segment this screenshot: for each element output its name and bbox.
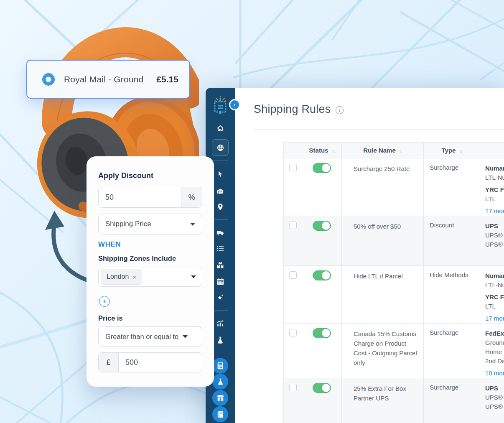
carrier-name: FedEx [485, 329, 504, 338]
type-cell: Hide Methods [424, 266, 480, 324]
chevron-down-icon [190, 223, 195, 226]
carrier-name: Numark Transportation [485, 164, 504, 173]
method-group: YRC FreightLTL [485, 185, 504, 204]
zone-chip[interactable]: London × [101, 269, 142, 285]
shipping-zones-select[interactable]: London × [98, 267, 202, 287]
row-select-cell [284, 324, 302, 378]
sort-icon[interactable]: ↑↓ [331, 148, 334, 153]
app-window: Shipping Rules i Status↑↓ Rule Name↑↓ Ty… [206, 88, 504, 423]
main-content: Shipping Rules i Status↑↓ Rule Name↑↓ Ty… [235, 88, 504, 423]
apply-discount-panel: Apply Discount % Shipping Price WHEN Shi… [87, 156, 214, 387]
status-cell [302, 378, 342, 423]
header-checkbox-col [284, 143, 302, 158]
sidebar-divider [213, 161, 228, 161]
discount-metric-select[interactable]: Shipping Price [98, 214, 202, 234]
row-checkbox[interactable] [289, 164, 297, 171]
packages-icon [216, 262, 224, 269]
radio-selected-icon[interactable] [42, 73, 55, 86]
table-row: Canada 15% Customs Charge on Product Cos… [284, 324, 504, 378]
currency-symbol: £ [99, 353, 119, 372]
list-icon [216, 245, 224, 252]
header-type[interactable]: Type↑↓ [424, 143, 480, 158]
info-icon[interactable]: i [336, 106, 344, 114]
header-rule-name[interactable]: Rule Name↑↓ [342, 143, 424, 158]
shipping-option-card[interactable]: Royal Mail - Ground £5.15 [26, 60, 190, 99]
service-name: LTL-Numark [485, 173, 504, 182]
zones-label: Shipping Zones Include [98, 255, 202, 262]
sidebar-collapse-button[interactable]: ‹ [229, 99, 240, 110]
service-name: Ground [485, 338, 504, 347]
row-select-cell [284, 158, 302, 216]
table-row: Hide LTL if ParcelHide MethodsNumark Tra… [284, 266, 504, 324]
more-methods-link[interactable]: 17 more [485, 206, 504, 216]
calculator-icon [217, 362, 224, 369]
header-status[interactable]: Status↑↓ [302, 143, 342, 158]
service-name: LTL-Numark [485, 280, 504, 290]
service-name: UPS® Ground [485, 393, 504, 402]
rule-name-cell: 50% off over $50 [342, 216, 424, 266]
row-checkbox[interactable] [289, 271, 297, 279]
service-name: LTL [485, 302, 504, 311]
row-checkbox[interactable] [289, 222, 297, 229]
row-checkbox[interactable] [289, 384, 297, 391]
page-title: Shipping Rules [254, 103, 331, 116]
service-name: LTL [485, 194, 504, 204]
type-cell: Surcharge [424, 324, 480, 378]
sort-icon[interactable]: ↑↓ [399, 148, 402, 153]
method-group: UPSUPS® GroundUPS® Standard [485, 384, 504, 411]
row-select-cell [284, 216, 302, 266]
type-cell: Surcharge [424, 158, 480, 216]
more-methods-link[interactable]: 17 more [485, 314, 504, 323]
header-shipping-methods[interactable]: Shipping Method(s) [480, 143, 504, 158]
carrier-name: YRC Freight [485, 185, 504, 194]
sidebar-button-docs[interactable] [206, 406, 235, 422]
discount-amount-input[interactable] [99, 187, 181, 207]
more-methods-link[interactable]: 10 more [485, 369, 504, 378]
carrier-name: YRC Freight [485, 293, 504, 302]
status-toggle[interactable] [313, 221, 331, 231]
beaker-icon [217, 378, 224, 385]
chevron-down-icon [191, 275, 196, 278]
book-icon [217, 411, 223, 418]
status-toggle[interactable] [313, 163, 331, 173]
sidebar-item-shipping-rules-active[interactable] [206, 139, 235, 156]
chip-close-icon[interactable]: × [132, 273, 136, 280]
status-toggle[interactable] [313, 383, 331, 393]
status-cell [302, 266, 342, 324]
page: Royal Mail - Ground £5.15 [0, 0, 504, 423]
shipping-option-price: £5.15 [156, 74, 178, 84]
sidebar-divider [213, 219, 228, 220]
sidebar-divider [213, 310, 228, 311]
calendar-icon [217, 278, 224, 285]
method-group: UPSUPS® GroundUPS® Standard [485, 222, 504, 249]
table-row: 25% Extra For Box Partner UPSSurchargeUP… [284, 378, 504, 423]
sidebar-button-storefront[interactable] [206, 390, 235, 406]
sort-icon[interactable]: ↑↓ [459, 148, 462, 153]
status-cell [302, 324, 342, 378]
price-operator-select[interactable]: Greater than or equal to [98, 326, 202, 347]
type-cell: Discount [424, 216, 480, 266]
status-toggle[interactable] [313, 328, 331, 338]
add-condition-button[interactable]: + [99, 296, 110, 307]
stamp-logo-icon[interactable] [212, 96, 228, 115]
flask-icon [217, 336, 224, 344]
method-group: Numark TransportationLTL-Numark [485, 271, 504, 290]
row-checkbox[interactable] [289, 329, 297, 336]
service-name: UPS® Standard [485, 240, 504, 249]
active-item-highlight [212, 139, 229, 156]
row-select-cell [284, 266, 302, 324]
price-threshold-input[interactable] [119, 353, 202, 372]
type-cell: Surcharge [424, 378, 480, 423]
truck-icon [216, 229, 224, 236]
carrier-name: UPS [485, 222, 504, 231]
shipping-rules-table: Status↑↓ Rule Name↑↓ Type↑↓ Shipping Met… [283, 142, 504, 423]
panel-title: Apply Discount [98, 171, 202, 180]
row-select-cell [284, 378, 302, 423]
sidebar-item-home[interactable] [206, 125, 235, 132]
chart-icon [216, 320, 224, 327]
home-icon [216, 125, 224, 132]
chevron-down-icon [183, 335, 188, 338]
star-icon [216, 294, 224, 301]
percent-icon: % [181, 187, 202, 207]
status-toggle[interactable] [313, 270, 331, 280]
